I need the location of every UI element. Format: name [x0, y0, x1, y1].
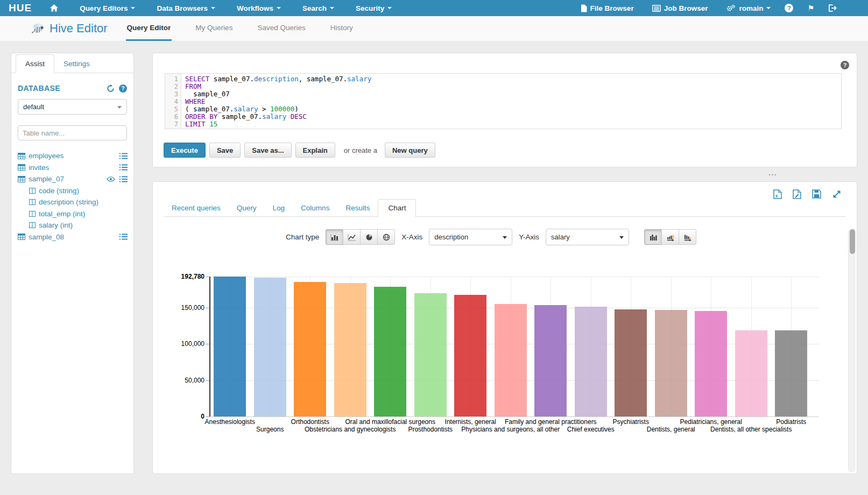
tab-results[interactable]: Results: [337, 199, 378, 217]
tab-query-editor[interactable]: Query Editor: [126, 16, 172, 41]
help-circle-icon: ?: [119, 84, 127, 93]
nav-job-browser[interactable]: Job Browser: [652, 4, 708, 12]
app-title[interactable]: Hive Editor: [31, 16, 108, 41]
database-help-button[interactable]: ?: [119, 84, 127, 93]
chart-bar[interactable]: [254, 278, 286, 416]
export-xls-button[interactable]: x: [773, 189, 782, 199]
explain-button[interactable]: Explain: [295, 143, 335, 158]
y-tick-mark: [206, 344, 209, 344]
tab-recent-queries[interactable]: Recent queries: [164, 199, 229, 217]
database-select[interactable]: default: [18, 99, 127, 115]
navbar-left: HUE Query Editors Data Browsers Workflow…: [0, 0, 413, 16]
chart-bar[interactable]: [334, 283, 366, 416]
sort-asc-button[interactable]: [661, 229, 679, 245]
save-button[interactable]: Save: [209, 143, 241, 158]
chart-bar[interactable]: [454, 295, 486, 416]
code-line: FROM: [185, 83, 841, 90]
save-as-button[interactable]: Save as...: [244, 143, 291, 158]
chart-bar[interactable]: [615, 309, 647, 416]
nav-search[interactable]: Search: [302, 4, 334, 12]
line-chart-type-button[interactable]: [343, 229, 361, 245]
line-chart-icon: [348, 234, 356, 241]
nav-workflows[interactable]: Workflows: [237, 4, 281, 12]
chart-bar[interactable]: [575, 307, 607, 416]
tab-settings[interactable]: Settings: [54, 55, 99, 73]
execute-button[interactable]: Execute: [164, 143, 206, 158]
line-number: 6: [165, 113, 178, 121]
x-axis-label: Chief executives: [567, 426, 615, 433]
x-axis-select[interactable]: description: [429, 229, 512, 245]
chart-bar[interactable]: [374, 287, 406, 416]
x-axis-label: Family and general practitioners: [505, 418, 597, 426]
feedback-flag-button[interactable]: ⚑: [807, 4, 814, 12]
tab-my-queries[interactable]: My Queries: [194, 16, 234, 41]
chart-bar[interactable]: [775, 330, 807, 416]
tab-saved-queries[interactable]: Saved Queries: [256, 16, 306, 41]
chart-type-buttons: [326, 229, 395, 245]
x-axis-label: Obstetricians and gynecologists: [305, 426, 396, 433]
tab-chart[interactable]: Chart: [378, 199, 416, 217]
new-query-button[interactable]: New query: [385, 143, 435, 158]
chart-bar[interactable]: [214, 277, 246, 416]
fullscreen-button[interactable]: [832, 189, 842, 199]
tab-history[interactable]: History: [329, 16, 354, 41]
tab-assist[interactable]: Assist: [16, 54, 54, 73]
map-chart-type-button[interactable]: [377, 229, 395, 245]
chart-bar[interactable]: [414, 293, 447, 416]
table-row-invites[interactable]: invites: [11, 162, 133, 174]
table-filter-input[interactable]: [18, 125, 127, 140]
hue-logo[interactable]: HUE: [9, 2, 32, 14]
chart-bar[interactable]: [695, 311, 727, 416]
table-detail-button[interactable]: [119, 153, 128, 159]
nav-query-editors[interactable]: Query Editors: [80, 4, 135, 12]
column-row-code[interactable]: code (string): [11, 185, 133, 197]
nav-security[interactable]: Security: [356, 4, 392, 12]
nav-data-browsers[interactable]: Data Browsers: [157, 4, 215, 12]
table-row-employees[interactable]: employees: [11, 150, 133, 162]
user-menu[interactable]: romain: [726, 4, 771, 12]
column-row-salary[interactable]: salary (int): [11, 220, 133, 231]
tab-columns[interactable]: Columns: [293, 199, 337, 217]
refresh-button[interactable]: [107, 84, 115, 93]
editor-help-button[interactable]: ?: [841, 61, 849, 69]
table-row-sample-08[interactable]: sample_08: [11, 231, 133, 243]
preview-eye-button[interactable]: [107, 176, 115, 182]
home-button[interactable]: [50, 4, 58, 12]
table-name: invites: [29, 164, 115, 172]
panel-resize-handle[interactable]: ...: [768, 168, 777, 177]
tab-query[interactable]: Query: [229, 199, 265, 217]
help-button[interactable]: ?: [785, 4, 793, 12]
sign-out-button[interactable]: [828, 4, 837, 12]
y-axis-select[interactable]: salary: [546, 229, 629, 245]
results-panel: x Recent queries Query Log: [152, 181, 857, 474]
column-row-description[interactable]: description (string): [11, 196, 133, 208]
nav-file-browser[interactable]: File Browser: [581, 4, 634, 12]
table-detail-button[interactable]: [119, 164, 128, 171]
chart-bar[interactable]: [294, 282, 326, 416]
sql-editor: 1234567 SELECT sample_07.description, sa…: [165, 73, 842, 129]
chart-bar[interactable]: [495, 304, 527, 416]
scrollbar-thumb[interactable]: [850, 229, 855, 254]
nav-search-label: Search: [302, 4, 327, 12]
chart-bar[interactable]: [655, 310, 687, 416]
sort-desc-button[interactable]: [679, 229, 696, 245]
bar-chart-type-button[interactable]: [326, 229, 343, 245]
table-row-sample-07[interactable]: sample_07: [11, 173, 133, 185]
column-row-total-emp[interactable]: total_emp (int): [11, 208, 133, 220]
y-tick-mark: [206, 416, 209, 417]
editor-code[interactable]: SELECT sample_07.description, sample_07.…: [181, 74, 841, 129]
file-icon: [581, 4, 587, 12]
save-results-button[interactable]: [812, 189, 821, 199]
chart-bar[interactable]: [534, 305, 567, 416]
table-detail-button[interactable]: [119, 176, 128, 182]
chart-bar[interactable]: [735, 330, 767, 416]
table-name: sample_07: [29, 175, 102, 183]
results-scrollbar[interactable]: [848, 229, 856, 472]
y-tick-mark: [206, 277, 209, 277]
tab-log[interactable]: Log: [265, 199, 293, 217]
export-csv-button[interactable]: [793, 189, 801, 199]
table-detail-button[interactable]: [119, 234, 128, 240]
pie-chart-type-button[interactable]: [360, 229, 378, 245]
sort-none-button[interactable]: [644, 229, 662, 245]
editor-actions: Execute Save Save as... Explain or creat…: [164, 143, 435, 158]
